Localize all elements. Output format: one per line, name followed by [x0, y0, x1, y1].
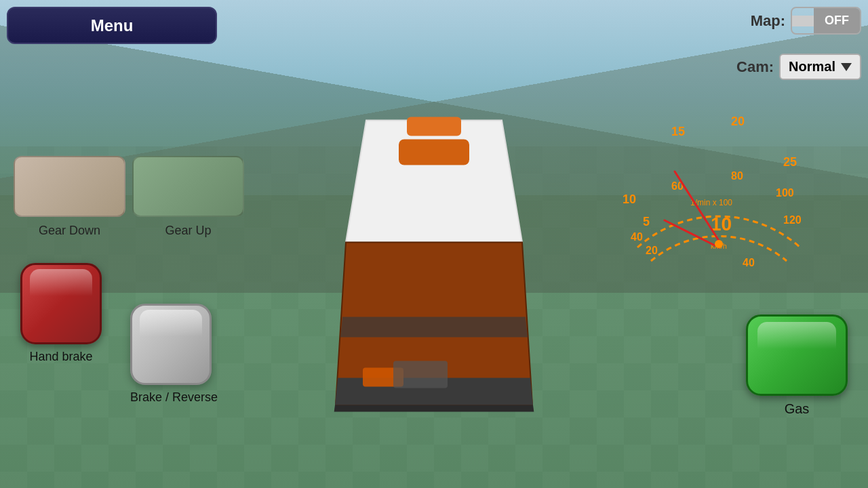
svg-text:100: 100 [776, 187, 794, 199]
gear-container: Gear Down Gear Up [14, 156, 244, 238]
handbrake-area: Hand brake [20, 263, 102, 364]
svg-marker-0 [346, 121, 522, 243]
chevron-down-icon [841, 63, 852, 71]
brake-area: Brake / Reverse [130, 304, 218, 405]
gear-down-button[interactable] [14, 156, 125, 217]
gear-up-button[interactable] [132, 156, 244, 217]
svg-text:20: 20 [731, 115, 745, 128]
svg-text:80: 80 [731, 170, 743, 182]
svg-text:40: 40 [631, 231, 643, 243]
map-container: Map: OFF [751, 7, 861, 35]
map-toggle-off-state[interactable]: OFF [814, 8, 860, 33]
handbrake-button[interactable] [20, 263, 102, 344]
svg-text:120: 120 [783, 214, 802, 226]
gear-row [14, 156, 244, 217]
cam-container: Cam: Normal [736, 54, 861, 80]
svg-marker-8 [334, 405, 534, 412]
svg-rect-7 [393, 361, 448, 388]
cam-label: Cam: [736, 58, 774, 76]
gear-labels: Gear Down Gear Up [14, 224, 244, 238]
svg-text:40: 40 [743, 257, 755, 268]
map-label: Map: [751, 12, 785, 30]
handbrake-label: Hand brake [20, 350, 102, 364]
gas-label: Gas [746, 401, 848, 417]
svg-text:20: 20 [646, 245, 658, 256]
svg-text:5: 5 [643, 215, 650, 228]
bus-vehicle [326, 107, 542, 412]
map-toggle-on-state[interactable] [792, 16, 814, 26]
map-toggle[interactable]: OFF [791, 7, 861, 35]
gear-down-label: Gear Down [14, 224, 125, 238]
gas-button[interactable] [746, 314, 848, 396]
svg-marker-5 [340, 317, 528, 338]
cam-value: Normal [789, 59, 835, 75]
brake-button[interactable] [130, 304, 212, 385]
svg-text:10: 10 [623, 192, 636, 206]
gear-up-label: Gear Up [132, 224, 244, 238]
brake-label: Brake / Reverse [130, 390, 218, 405]
svg-rect-2 [399, 140, 469, 165]
menu-button[interactable]: Menu [7, 7, 217, 44]
svg-point-26 [715, 240, 723, 248]
speedometer: 5 10 15 20 25 1/min x 100 10 20 40 60 80… [610, 98, 827, 302]
cam-select[interactable]: Normal [779, 54, 861, 80]
svg-text:25: 25 [783, 155, 797, 169]
svg-text:15: 15 [671, 125, 685, 138]
svg-rect-1 [407, 117, 461, 136]
gas-area: Gas [746, 314, 848, 417]
